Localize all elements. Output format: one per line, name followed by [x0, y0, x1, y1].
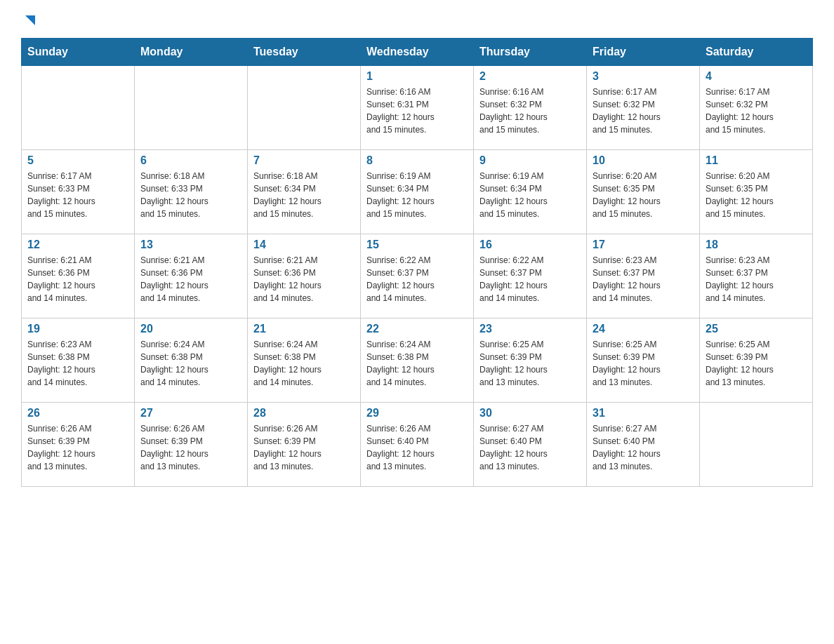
- day-info: Sunrise: 6:23 AM Sunset: 6:37 PM Dayligh…: [706, 254, 807, 304]
- day-info: Sunrise: 6:24 AM Sunset: 6:38 PM Dayligh…: [253, 338, 355, 389]
- day-info: Sunrise: 6:26 AM Sunset: 6:39 PM Dayligh…: [27, 422, 128, 473]
- day-number: 16: [479, 239, 581, 251]
- day-info: Sunrise: 6:19 AM Sunset: 6:34 PM Dayligh…: [479, 170, 581, 220]
- day-info: Sunrise: 6:20 AM Sunset: 6:35 PM Dayligh…: [593, 170, 694, 220]
- day-cell-3: 3Sunrise: 6:17 AM Sunset: 6:32 PM Daylig…: [587, 66, 700, 150]
- day-cell-9: 9Sunrise: 6:19 AM Sunset: 6:34 PM Daylig…: [474, 150, 587, 234]
- week-row-5: 26Sunrise: 6:26 AM Sunset: 6:39 PM Dayli…: [22, 403, 813, 487]
- day-number: 25: [706, 323, 807, 335]
- day-number: 4: [706, 70, 807, 83]
- empty-cell: [248, 66, 361, 150]
- day-cell-28: 28Sunrise: 6:26 AM Sunset: 6:39 PM Dayli…: [248, 403, 361, 487]
- day-number: 21: [253, 323, 355, 335]
- calendar-header: SundayMondayTuesdayWednesdayThursdayFrid…: [22, 39, 813, 66]
- day-info: Sunrise: 6:22 AM Sunset: 6:37 PM Dayligh…: [479, 254, 581, 304]
- empty-cell: [135, 66, 248, 150]
- day-info: Sunrise: 6:19 AM Sunset: 6:34 PM Dayligh…: [366, 170, 468, 220]
- day-cell-20: 20Sunrise: 6:24 AM Sunset: 6:38 PM Dayli…: [135, 318, 248, 403]
- day-number: 1: [366, 70, 468, 83]
- day-cell-19: 19Sunrise: 6:23 AM Sunset: 6:38 PM Dayli…: [22, 318, 135, 403]
- day-info: Sunrise: 6:17 AM Sunset: 6:33 PM Dayligh…: [27, 170, 128, 220]
- day-header-monday: Monday: [135, 39, 248, 66]
- day-cell-2: 2Sunrise: 6:16 AM Sunset: 6:32 PM Daylig…: [474, 66, 587, 150]
- day-info: Sunrise: 6:26 AM Sunset: 6:39 PM Dayligh…: [140, 422, 241, 473]
- day-info: Sunrise: 6:22 AM Sunset: 6:37 PM Dayligh…: [366, 254, 468, 304]
- day-number: 30: [479, 407, 581, 420]
- day-info: Sunrise: 6:16 AM Sunset: 6:31 PM Dayligh…: [366, 86, 468, 136]
- day-cell-10: 10Sunrise: 6:20 AM Sunset: 6:35 PM Dayli…: [587, 150, 700, 234]
- day-info: Sunrise: 6:26 AM Sunset: 6:40 PM Dayligh…: [366, 422, 468, 473]
- day-number: 31: [593, 407, 694, 420]
- empty-cell: [22, 66, 135, 150]
- day-header-thursday: Thursday: [474, 39, 587, 66]
- day-cell-22: 22Sunrise: 6:24 AM Sunset: 6:38 PM Dayli…: [361, 318, 474, 403]
- calendar-table: SundayMondayTuesdayWednesdayThursdayFrid…: [21, 38, 813, 487]
- day-info: Sunrise: 6:26 AM Sunset: 6:39 PM Dayligh…: [253, 422, 355, 473]
- day-info: Sunrise: 6:21 AM Sunset: 6:36 PM Dayligh…: [253, 254, 355, 304]
- day-cell-5: 5Sunrise: 6:17 AM Sunset: 6:33 PM Daylig…: [22, 150, 135, 234]
- day-cell-30: 30Sunrise: 6:27 AM Sunset: 6:40 PM Dayli…: [474, 403, 587, 487]
- day-info: Sunrise: 6:25 AM Sunset: 6:39 PM Dayligh…: [479, 338, 581, 389]
- day-info: Sunrise: 6:20 AM Sunset: 6:35 PM Dayligh…: [706, 170, 807, 220]
- day-number: 5: [27, 154, 128, 167]
- day-number: 11: [706, 154, 807, 167]
- day-info: Sunrise: 6:25 AM Sunset: 6:39 PM Dayligh…: [706, 338, 807, 389]
- svg-marker-0: [25, 15, 35, 25]
- day-info: Sunrise: 6:16 AM Sunset: 6:32 PM Dayligh…: [479, 86, 581, 136]
- day-cell-27: 27Sunrise: 6:26 AM Sunset: 6:39 PM Dayli…: [135, 403, 248, 487]
- day-cell-16: 16Sunrise: 6:22 AM Sunset: 6:37 PM Dayli…: [474, 234, 587, 318]
- day-header-friday: Friday: [587, 39, 700, 66]
- day-cell-8: 8Sunrise: 6:19 AM Sunset: 6:34 PM Daylig…: [361, 150, 474, 234]
- day-number: 8: [366, 154, 468, 167]
- day-info: Sunrise: 6:23 AM Sunset: 6:38 PM Dayligh…: [27, 338, 128, 389]
- day-cell-23: 23Sunrise: 6:25 AM Sunset: 6:39 PM Dayli…: [474, 318, 587, 403]
- day-cell-7: 7Sunrise: 6:18 AM Sunset: 6:34 PM Daylig…: [248, 150, 361, 234]
- day-number: 18: [706, 239, 807, 251]
- day-number: 14: [253, 239, 355, 251]
- day-cell-1: 1Sunrise: 6:16 AM Sunset: 6:31 PM Daylig…: [361, 66, 474, 150]
- day-number: 26: [27, 407, 128, 420]
- page-header: [21, 14, 813, 24]
- day-number: 13: [140, 239, 241, 251]
- day-number: 10: [593, 154, 694, 167]
- week-row-2: 5Sunrise: 6:17 AM Sunset: 6:33 PM Daylig…: [22, 150, 813, 234]
- day-cell-12: 12Sunrise: 6:21 AM Sunset: 6:36 PM Dayli…: [22, 234, 135, 318]
- day-cell-14: 14Sunrise: 6:21 AM Sunset: 6:36 PM Dayli…: [248, 234, 361, 318]
- empty-cell: [700, 403, 813, 487]
- day-cell-4: 4Sunrise: 6:17 AM Sunset: 6:32 PM Daylig…: [700, 66, 813, 150]
- day-number: 6: [140, 154, 241, 167]
- day-info: Sunrise: 6:17 AM Sunset: 6:32 PM Dayligh…: [706, 86, 807, 136]
- day-cell-26: 26Sunrise: 6:26 AM Sunset: 6:39 PM Dayli…: [22, 403, 135, 487]
- day-cell-25: 25Sunrise: 6:25 AM Sunset: 6:39 PM Dayli…: [700, 318, 813, 403]
- day-info: Sunrise: 6:21 AM Sunset: 6:36 PM Dayligh…: [27, 254, 128, 304]
- day-header-wednesday: Wednesday: [361, 39, 474, 66]
- day-number: 29: [366, 407, 468, 420]
- day-info: Sunrise: 6:24 AM Sunset: 6:38 PM Dayligh…: [140, 338, 241, 389]
- day-info: Sunrise: 6:17 AM Sunset: 6:32 PM Dayligh…: [593, 86, 694, 136]
- day-cell-31: 31Sunrise: 6:27 AM Sunset: 6:40 PM Dayli…: [587, 403, 700, 487]
- day-cell-21: 21Sunrise: 6:24 AM Sunset: 6:38 PM Dayli…: [248, 318, 361, 403]
- day-info: Sunrise: 6:18 AM Sunset: 6:34 PM Dayligh…: [253, 170, 355, 220]
- day-info: Sunrise: 6:18 AM Sunset: 6:33 PM Dayligh…: [140, 170, 241, 220]
- day-header-tuesday: Tuesday: [248, 39, 361, 66]
- day-info: Sunrise: 6:21 AM Sunset: 6:36 PM Dayligh…: [140, 254, 241, 304]
- day-number: 17: [593, 239, 694, 251]
- day-number: 24: [593, 323, 694, 335]
- day-number: 9: [479, 154, 581, 167]
- day-cell-29: 29Sunrise: 6:26 AM Sunset: 6:40 PM Dayli…: [361, 403, 474, 487]
- day-number: 20: [140, 323, 241, 335]
- day-info: Sunrise: 6:23 AM Sunset: 6:37 PM Dayligh…: [593, 254, 694, 304]
- day-info: Sunrise: 6:25 AM Sunset: 6:39 PM Dayligh…: [593, 338, 694, 389]
- day-number: 27: [140, 407, 241, 420]
- week-row-4: 19Sunrise: 6:23 AM Sunset: 6:38 PM Dayli…: [22, 318, 813, 403]
- day-header-saturday: Saturday: [700, 39, 813, 66]
- logo: [21, 14, 38, 24]
- day-number: 15: [366, 239, 468, 251]
- day-number: 7: [253, 154, 355, 167]
- day-cell-13: 13Sunrise: 6:21 AM Sunset: 6:36 PM Dayli…: [135, 234, 248, 318]
- days-of-week-row: SundayMondayTuesdayWednesdayThursdayFrid…: [22, 39, 813, 66]
- day-number: 22: [366, 323, 468, 335]
- day-header-sunday: Sunday: [22, 39, 135, 66]
- day-number: 12: [27, 239, 128, 251]
- day-cell-18: 18Sunrise: 6:23 AM Sunset: 6:37 PM Dayli…: [700, 234, 813, 318]
